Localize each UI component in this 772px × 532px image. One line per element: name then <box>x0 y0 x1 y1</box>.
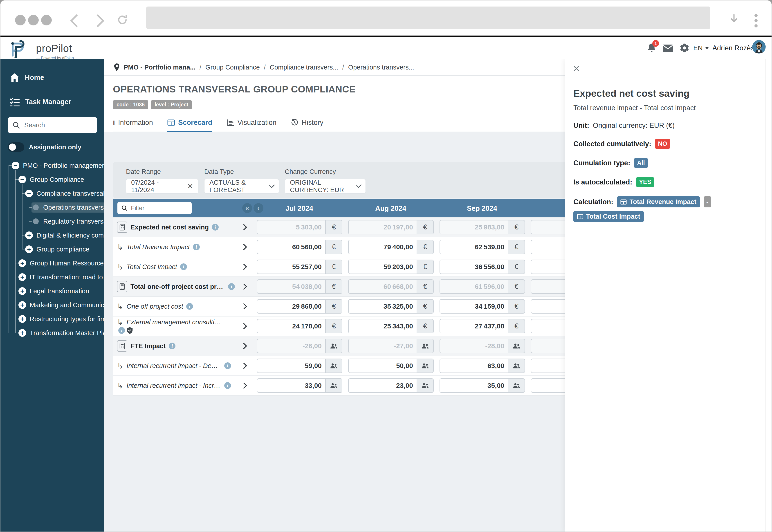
search-input[interactable] <box>24 121 92 129</box>
tab-information[interactable]: i Information <box>113 118 153 132</box>
assignation-toggle[interactable] <box>8 142 24 152</box>
tree-item[interactable]: + IT transformation: road to ... <box>0 270 104 284</box>
value-input[interactable]: 79 400,00 <box>348 240 417 254</box>
expand-row-icon[interactable] <box>241 224 247 230</box>
date-range-input[interactable]: 07/2024 - 11/2024 ✕ <box>126 179 198 193</box>
refresh-icon[interactable] <box>117 14 128 27</box>
value-input[interactable]: 59 203,00 <box>348 260 417 274</box>
download-icon[interactable] <box>729 13 739 26</box>
expand-row-icon[interactable] <box>241 303 247 310</box>
expand-icon[interactable]: + <box>18 315 26 323</box>
value-input[interactable]: 23,00 <box>348 378 417 393</box>
table-filter[interactable] <box>117 202 192 214</box>
close-icon[interactable]: × <box>573 63 580 74</box>
tree-item[interactable]: + Group Human Ressources <box>0 256 104 270</box>
data-type-select[interactable]: ACTUALS & FORECAST <box>204 179 279 193</box>
tree-item[interactable]: Operations transvers... <box>0 200 104 214</box>
expand-row-icon[interactable] <box>241 283 247 290</box>
window-button-1[interactable] <box>15 15 26 25</box>
expand-icon[interactable]: + <box>18 259 26 267</box>
expand-row-icon[interactable] <box>241 244 247 250</box>
value-input[interactable]: 63,00 <box>440 359 508 373</box>
collapse-icon[interactable]: − <box>25 190 33 197</box>
avatar[interactable] <box>752 40 766 54</box>
value-input[interactable]: 55 257,00 <box>257 260 325 274</box>
page-first-icon[interactable]: « <box>242 203 252 213</box>
collapse-icon[interactable]: − <box>18 176 26 183</box>
value-input[interactable]: 62 539,00 <box>440 240 508 254</box>
tree-item[interactable]: − Group Compliance <box>0 173 104 186</box>
info-icon[interactable]: i <box>193 244 200 250</box>
expand-icon[interactable]: + <box>18 287 26 295</box>
value-input[interactable]: 35 325,00 <box>348 299 417 314</box>
tree-item[interactable]: + Digital & efficiency com... <box>0 228 104 242</box>
breadcrumb-item[interactable]: PMO - Portfolio mana... <box>124 64 195 71</box>
info-icon[interactable]: i <box>186 303 193 310</box>
info-icon[interactable]: i <box>169 343 175 349</box>
expand-row-icon[interactable] <box>241 264 247 270</box>
value-input[interactable] <box>531 359 566 373</box>
tab-history[interactable]: History <box>291 118 323 132</box>
value-input[interactable]: 33,00 <box>257 378 325 393</box>
value-input[interactable] <box>531 378 566 393</box>
value-input[interactable]: 59,00 <box>257 359 325 373</box>
tree-item[interactable]: + Marketing and Communica... <box>0 298 104 312</box>
window-button-2[interactable] <box>28 15 39 25</box>
tree-item[interactable]: − PMO - Portfolio management <box>0 159 104 173</box>
sidebar-item-task-manager[interactable]: Task Manager <box>0 96 104 108</box>
value-input[interactable] <box>531 299 566 314</box>
expand-row-icon[interactable] <box>241 363 247 369</box>
expand-icon[interactable]: + <box>25 231 33 239</box>
value-input[interactable]: 35,00 <box>440 378 508 393</box>
messages-envelope-icon[interactable] <box>662 44 673 54</box>
settings-gear-icon[interactable] <box>679 43 690 54</box>
tree-item[interactable]: Regulatory transversa... <box>0 214 104 228</box>
value-input[interactable] <box>531 319 566 333</box>
back-icon[interactable] <box>70 14 83 27</box>
expand-icon[interactable]: + <box>18 301 26 309</box>
page-prev-icon[interactable]: ‹ <box>254 203 263 213</box>
expand-row-icon[interactable] <box>241 343 247 349</box>
value-input[interactable] <box>531 260 566 274</box>
table-filter-input[interactable] <box>130 204 185 212</box>
tab-scorecard[interactable]: Scorecard <box>167 118 212 132</box>
info-icon[interactable]: i <box>212 224 219 231</box>
collapse-icon[interactable]: − <box>12 162 19 169</box>
expand-row-icon[interactable] <box>241 382 247 389</box>
forward-icon[interactable] <box>91 14 104 27</box>
url-bar[interactable] <box>146 7 710 29</box>
info-icon[interactable]: i <box>118 327 125 334</box>
tree-item[interactable]: + Legal transformation <box>0 284 104 298</box>
value-input[interactable]: 60 560,00 <box>257 240 325 254</box>
expand-icon[interactable]: + <box>25 245 33 253</box>
sidebar-search[interactable] <box>8 117 97 133</box>
app-logo[interactable]: proPilot — Powered by dFakto <box>9 39 74 60</box>
breadcrumb-item[interactable]: Group Compliance <box>205 64 260 71</box>
sidebar-item-home[interactable]: Home <box>0 71 104 84</box>
breadcrumb-item[interactable]: Compliance transvers... <box>270 64 338 71</box>
info-icon[interactable]: i <box>180 263 187 270</box>
expand-icon[interactable]: + <box>18 329 26 337</box>
tree-item[interactable]: + Group compliance <box>0 242 104 256</box>
tree-item[interactable]: + Transformation Master Pla... <box>0 326 104 340</box>
breadcrumb-item[interactable]: Operations transvers... <box>348 64 414 71</box>
tab-visualization[interactable]: Visualization <box>227 118 276 132</box>
value-input[interactable]: 25 343,00 <box>348 319 417 333</box>
value-input[interactable]: 34 159,00 <box>440 299 508 314</box>
expand-row-icon[interactable] <box>241 323 247 329</box>
value-input[interactable]: 27 437,00 <box>440 319 508 333</box>
expand-icon[interactable]: + <box>18 273 26 281</box>
info-icon[interactable]: i <box>228 283 235 290</box>
tree-item[interactable]: − Compliance transversal ... <box>0 186 104 200</box>
calc-operand-button[interactable]: Total Revenue Impact <box>617 196 700 207</box>
value-input[interactable]: 50,00 <box>348 359 417 373</box>
clear-date-icon[interactable]: ✕ <box>187 182 193 191</box>
currency-select[interactable]: ORIGINAL CURRENCY: EUR <box>285 179 366 193</box>
tree-item[interactable]: + Restructuring types for firms <box>0 312 104 326</box>
value-input[interactable]: 24 170,00 <box>257 319 325 333</box>
notifications-bell-icon[interactable]: 1 <box>646 42 657 54</box>
value-input[interactable] <box>531 240 566 254</box>
value-input[interactable]: 36 556,00 <box>440 260 508 274</box>
value-input[interactable]: 29 868,00 <box>257 299 325 314</box>
info-icon[interactable]: i <box>224 382 231 389</box>
